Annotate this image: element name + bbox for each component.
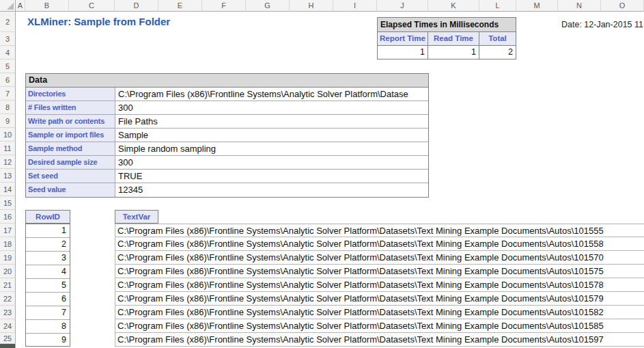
column-header-f[interactable]: F [202,0,246,12]
column-header-n[interactable]: N [558,0,601,12]
textvar-cell[interactable]: C:\Program Files (x86)\Frontline Systems… [115,251,644,265]
rowid-cell[interactable]: 5 [26,279,70,293]
table-row: Sample method Simple random sampling [26,142,428,156]
column-header-g[interactable]: G [246,0,290,12]
column-header-c[interactable]: C [69,0,115,12]
data-label-sample-or-import[interactable]: Sample or import files [26,129,115,142]
elapsed-col-total[interactable]: Total [479,32,516,46]
rowid-cell[interactable]: 6 [26,293,70,306]
row-header-5[interactable]: 5 [0,59,16,73]
row-header-11[interactable]: 11 [0,142,16,155]
row-header-21[interactable]: 21 [0,278,16,292]
row-header-6[interactable]: 6 [0,73,16,87]
row-header-20[interactable]: 20 [0,265,16,278]
report-title[interactable]: XLMiner: Sample from Folder [27,12,170,32]
elapsed-value-total[interactable]: 2 [479,46,516,59]
elapsed-value-report-time[interactable]: 1 [378,46,428,59]
column-header-o[interactable]: O [601,0,644,12]
textvar-cell[interactable]: C:\Program Files (x86)\Frontline Systems… [115,306,644,319]
column-header-b[interactable]: B [25,0,69,12]
data-label-directories[interactable]: Directories [26,88,115,101]
row-header-23[interactable]: 23 [0,306,16,319]
column-header-i[interactable]: I [333,0,377,12]
data-label-seed-value[interactable]: Seed value [26,183,115,197]
data-value-directories[interactable]: C:\Program Files (x86)\Frontline Systems… [115,88,428,101]
data-value-sample-method[interactable]: Simple random sampling [115,142,428,155]
rowid-cell[interactable]: 9 [26,334,70,346]
row-header-24[interactable]: 24 [0,319,16,333]
rowid-cell[interactable]: 7 [26,306,70,320]
table-row: Directories C:\Program Files (x86)\Front… [26,88,428,101]
row-header-15[interactable]: 15 [0,196,16,210]
textvar-cell[interactable]: C:\Program Files (x86)\Frontline Systems… [115,265,644,278]
data-label-sample-method[interactable]: Sample method [26,142,115,155]
row-header-7[interactable]: 7 [0,87,16,101]
row-header-17[interactable]: 17 [0,224,16,237]
column-header-h[interactable]: H [290,0,333,12]
row-header-13[interactable]: 13 [0,169,16,183]
row-header-18[interactable]: 18 [0,237,16,251]
data-value-sample-size[interactable]: 300 [115,156,428,169]
textvar-cell[interactable]: C:\Program Files (x86)\Frontline Systems… [115,237,644,251]
rowid-column: 1 2 3 4 5 6 7 8 9 [25,224,70,347]
elapsed-col-report-time[interactable]: Report Time [378,32,428,46]
select-all-corner[interactable] [0,0,16,12]
row-header-12[interactable]: 12 [0,155,16,169]
data-value-seed-value[interactable]: 12345 [115,183,428,197]
elapsed-times-title[interactable]: Elapsed Times in Milliseconds [378,18,516,32]
table-row: Sample or import files Sample [26,129,428,142]
column-header-l[interactable]: L [479,0,516,12]
data-label-write-path[interactable]: Write path or contents [26,115,115,128]
column-header-e[interactable]: E [158,0,202,12]
row-header-3[interactable]: 3 [0,32,16,46]
column-header-d[interactable]: D [115,0,158,12]
data-table-title[interactable]: Data [26,74,428,88]
rowid-cell[interactable]: 2 [26,238,70,252]
textvar-cell[interactable]: C:\Program Files (x86)\Frontline Systems… [115,319,644,333]
column-header-k[interactable]: K [428,0,479,12]
column-header-m[interactable]: M [516,0,558,12]
rowid-cell[interactable]: 4 [26,265,70,279]
row-header-8[interactable]: 8 [0,101,16,114]
row-header-14[interactable]: 14 [0,183,16,196]
data-value-set-seed[interactable]: TRUE [115,170,428,183]
data-value-files-written[interactable]: 300 [115,101,428,114]
elapsed-col-read-time[interactable]: Read Time [428,32,479,46]
table-row: Desired sample size 300 [26,156,428,170]
textvar-cell[interactable]: C:\Program Files (x86)\Frontline Systems… [115,224,644,237]
textvar-cell[interactable]: C:\Program Files (x86)\Frontline Systems… [115,278,644,292]
data-value-write-path[interactable]: File Paths [115,115,428,128]
rowid-cell[interactable]: 1 [26,224,70,238]
data-value-sample-or-import[interactable]: Sample [115,129,428,142]
row-header-26-partial [0,344,16,348]
elapsed-value-read-time[interactable]: 1 [428,46,479,59]
rowid-header[interactable]: RowID [25,210,70,224]
table-row: Write path or contents File Paths [26,115,428,129]
select-all-triangle-icon [7,3,14,10]
elapsed-times-value-row: 1 1 2 [378,46,516,59]
data-label-set-seed[interactable]: Set seed [26,170,115,183]
elapsed-times-header-row: Report Time Read Time Total [378,32,516,46]
data-label-sample-size[interactable]: Desired sample size [26,156,115,169]
report-date[interactable]: Date: 12-Jan-2015 11: [561,17,644,32]
row-header-19[interactable]: 19 [0,251,16,265]
row-header-10[interactable]: 10 [0,128,16,142]
rowid-cell[interactable]: 8 [26,320,70,334]
table-row: Seed value 12345 [26,183,428,197]
row-header-22[interactable]: 22 [0,292,16,306]
table-row: # Files written 300 [26,101,428,115]
table-row: Set seed TRUE [26,170,428,183]
textvar-cell[interactable]: C:\Program Files (x86)\Frontline Systems… [115,333,644,347]
row-header-4[interactable]: 4 [0,46,16,59]
rowid-cell[interactable]: 3 [26,252,70,265]
data-label-files-written[interactable]: # Files written [26,101,115,114]
data-table: Data Directories C:\Program Files (x86)\… [25,73,429,198]
row-header-2[interactable]: 2 [0,12,16,32]
column-header-a[interactable]: A [16,0,25,12]
row-header-25[interactable]: 25 [0,333,16,344]
textvar-header[interactable]: TextVar [115,210,158,224]
textvar-cell[interactable]: C:\Program Files (x86)\Frontline Systems… [115,292,644,306]
row-header-9[interactable]: 9 [0,114,16,128]
column-header-j[interactable]: J [377,0,428,12]
row-header-16[interactable]: 16 [0,210,16,224]
